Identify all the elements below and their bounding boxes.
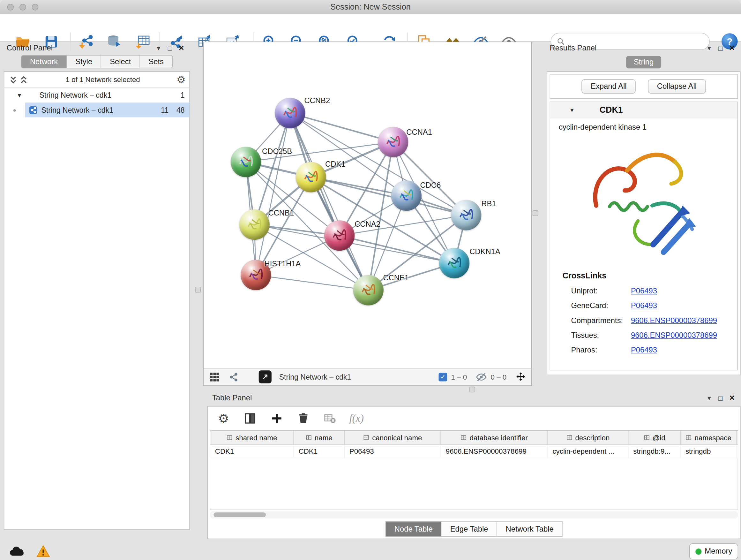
collapse-panel-icon[interactable]: ▾	[153, 44, 164, 52]
network-node-ccne1[interactable]	[353, 275, 384, 305]
collapse-panel-icon[interactable]: ▾	[703, 44, 715, 52]
crosslink-value-link[interactable]: 9606.ENSP00000378699	[631, 316, 717, 325]
crosslink-value-link[interactable]: P06493	[631, 287, 657, 295]
table-cell[interactable]: cyclin-dependent ...	[548, 445, 629, 458]
column-icon	[685, 435, 691, 441]
bottom-splitter-handle[interactable]	[469, 387, 475, 392]
table-row[interactable]: CDK1CDK1P064939606.ENSP00000378699cyclin…	[210, 445, 738, 458]
tab-node-table[interactable]: Node Table	[385, 521, 442, 537]
add-column-button[interactable]	[270, 411, 284, 426]
collapse-all-button[interactable]: Collapse All	[648, 79, 705, 94]
network-row-selected[interactable]: ● String Network – cdk1 11 48	[4, 103, 189, 117]
selected-checkbox[interactable]: ✓	[439, 373, 448, 381]
crosslink-row: Tissues:9606.ENSP00000378699	[550, 327, 737, 342]
right-splitter-handle[interactable]	[533, 210, 538, 216]
expand-all-button[interactable]: Expand All	[582, 79, 636, 94]
tab-style[interactable]: Style	[67, 55, 101, 69]
network-node-ccnb2[interactable]	[275, 98, 305, 128]
column-header[interactable]: name	[294, 431, 345, 444]
node-label: CCNA2	[354, 220, 381, 229]
close-panel-icon[interactable]: ×	[176, 43, 187, 53]
tab-network-table[interactable]: Network Table	[497, 521, 562, 537]
open-in-new-window-button[interactable]	[259, 370, 272, 383]
crosslinks-list: Uniprot:P06493GeneCard:P06493Compartment…	[550, 284, 737, 357]
tab-string[interactable]: String	[626, 56, 661, 69]
network-node-cdc25b[interactable]	[231, 147, 261, 177]
network-node-cdc6[interactable]	[391, 180, 421, 211]
network-node-ccna2[interactable]	[324, 220, 354, 251]
scrollbar-thumb[interactable]	[213, 512, 266, 517]
network-node-cdk1[interactable]	[296, 162, 326, 192]
memory-button[interactable]: Memory	[689, 543, 738, 560]
network-options-gear-icon[interactable]: ⚙	[177, 75, 186, 84]
table-header-row: shared namenamecanonical namedatabase id…	[210, 431, 738, 445]
grid-view-icon[interactable]	[208, 371, 221, 383]
protein-thumbnail	[358, 280, 378, 300]
table-tabs: Node Table Edge Table Network Table	[208, 519, 740, 539]
table-cell[interactable]: stringdb	[681, 445, 737, 458]
network-edge[interactable]	[256, 275, 368, 290]
tab-edge-table[interactable]: Edge Table	[442, 521, 497, 537]
selected-node-edge-count: 1 – 0	[451, 373, 467, 381]
memory-status-dot	[695, 548, 701, 554]
hidden-eye-slash-icon[interactable]	[475, 371, 487, 382]
collection-expand-triangle-icon[interactable]: ▼	[17, 92, 26, 99]
delete-table-button[interactable]	[323, 411, 337, 426]
column-header[interactable]: database identifier	[441, 431, 548, 444]
table-cell[interactable]: CDK1	[210, 445, 294, 458]
warning-icon[interactable]	[35, 543, 51, 560]
table-horizontal-scrollbar[interactable]	[210, 511, 738, 519]
tab-select[interactable]: Select	[101, 55, 140, 69]
node-label: CCNA1	[406, 128, 432, 137]
column-header[interactable]: description	[548, 431, 629, 444]
table-cell[interactable]: P06493	[345, 445, 441, 458]
close-panel-icon[interactable]: ×	[726, 393, 738, 403]
function-builder-button[interactable]: f(x)	[349, 411, 364, 426]
crosslink-value-link[interactable]: P06493	[631, 346, 657, 354]
float-panel-icon[interactable]: □	[715, 44, 726, 52]
network-node-ccna1[interactable]	[378, 127, 408, 157]
crosslink-value-link[interactable]: 9606.ENSP00000378699	[631, 331, 717, 339]
cloud-status-icon[interactable]	[9, 543, 25, 560]
crosslink-value-link[interactable]: P06493	[631, 301, 657, 310]
column-header-label: shared name	[235, 434, 277, 442]
network-node-cdkn1a[interactable]	[439, 248, 469, 278]
expand-all-networks-icon[interactable]	[18, 75, 29, 84]
collapse-all-networks-icon[interactable]	[8, 75, 18, 84]
node-label: CCNB1	[268, 209, 294, 218]
column-header[interactable]: namespace	[681, 431, 737, 444]
network-node-ccnb1[interactable]	[239, 209, 270, 240]
collapse-panel-icon[interactable]: ▾	[703, 394, 715, 402]
external-link-icon	[262, 373, 269, 380]
network-edge[interactable]	[256, 113, 290, 275]
network-edge[interactable]	[290, 113, 393, 142]
show-columns-button[interactable]	[243, 411, 258, 426]
table-cell[interactable]: 9606.ENSP00000378699	[441, 445, 548, 458]
float-panel-icon[interactable]: □	[164, 44, 176, 52]
table-cell[interactable]: CDK1	[294, 445, 345, 458]
gene-section-header[interactable]: ▼ CDK1	[550, 102, 737, 118]
memory-label: Memory	[704, 547, 732, 556]
network-bullet-icon: ●	[13, 107, 25, 113]
hidden-node-edge-count: 0 – 0	[491, 373, 507, 381]
share-network-icon[interactable]	[227, 371, 240, 383]
column-header[interactable]: @id	[628, 431, 681, 444]
gene-expand-triangle-icon[interactable]: ▼	[569, 107, 579, 113]
tab-network[interactable]: Network	[21, 55, 67, 69]
control-panel-title: Control Panel	[7, 44, 53, 52]
float-panel-icon[interactable]: □	[715, 394, 726, 402]
network-collection-row[interactable]: ▼ String Network – cdk1 1	[4, 88, 189, 103]
close-panel-icon[interactable]: ×	[726, 43, 738, 53]
network-edge[interactable]	[290, 113, 368, 290]
protein-thumbnail	[246, 265, 266, 285]
column-header[interactable]: canonical name	[345, 431, 441, 444]
left-splitter-handle[interactable]	[195, 287, 201, 293]
delete-column-button[interactable]	[296, 411, 311, 426]
pan-move-icon[interactable]	[515, 371, 527, 382]
network-node-rb1[interactable]	[451, 200, 481, 230]
tab-sets[interactable]: Sets	[140, 55, 173, 69]
table-options-gear-icon[interactable]: ⚙	[216, 411, 231, 426]
network-canvas[interactable]: CCNB2CCNA1CDC25BCDK1CDC6RB1CCNB1CCNA2CDK…	[204, 42, 531, 368]
table-cell[interactable]: stringdb:9...	[628, 445, 681, 458]
column-header[interactable]: shared name	[210, 431, 294, 444]
